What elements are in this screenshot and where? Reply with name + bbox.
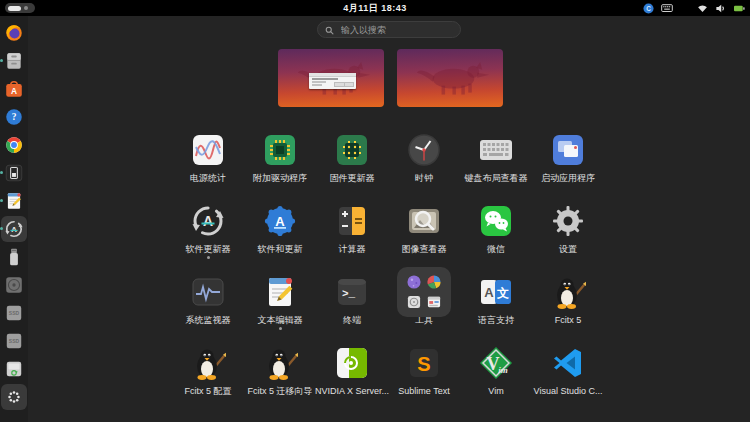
app-power-statistics[interactable]: 电源统计 [172,128,244,199]
app-fcitx5[interactable]: Fcitx 5 [532,270,604,341]
clock-icon [388,128,460,172]
firmware-updater-icon [316,128,388,172]
app-settings[interactable]: 设置 [532,199,604,270]
wallpaper-numbat-silhouette [397,49,503,106]
app-label: NVIDIA X Server... [315,386,389,396]
volume-icon[interactable] [715,3,726,14]
dock-item-removable-drive[interactable] [3,358,25,380]
app-firmware-updater[interactable]: 固件更新器 [316,128,388,199]
ssd-icon: SSD [4,331,24,351]
app-additional-drivers[interactable]: 附加驱动程序 [244,128,316,199]
app-label: 启动应用程序 [541,173,595,183]
search-input[interactable] [339,24,453,36]
input-method-badge[interactable]: C [643,3,654,14]
help-icon: ? [4,107,24,127]
app-fcitx5-migration[interactable]: Fcitx 5 迁移向导 [244,341,316,412]
additional-drivers-icon [262,132,298,168]
app-label: Visual Studio C... [534,386,603,396]
pie-chart-mini-icon [427,275,442,290]
disk-mini-icon [407,295,422,310]
software-sources-icon: A [262,203,298,239]
dock-item-ssd-drive-1[interactable]: SSD [3,302,25,324]
settings-icon [532,199,604,243]
svg-text:A: A [11,225,17,234]
additional-drivers-icon [244,128,316,172]
svg-text:>_: >_ [342,288,356,300]
app-keyboard-layout-viewer[interactable]: 键盘布局查看器 [460,128,532,199]
app-vscode[interactable]: Visual Studio C... [532,341,604,412]
gnome-activities-overview: 4月11日 18:43 C A?ASSDSSD 电源统计附加驱动程序固件更新器时… [0,0,750,422]
app-grid: 电源统计附加驱动程序固件更新器时钟键盘布局查看器启动应用程序A软件更新器A软件和… [172,128,604,412]
dock-item-text-editor[interactable] [3,190,25,212]
app-nvidia-x-server[interactable]: NVIDIA X Server... [316,341,388,412]
app-label: 电源统计 [190,173,226,183]
fcitx-penguin-icon [262,345,298,381]
dock-item-show-apps[interactable] [3,386,25,408]
app-terminal[interactable]: >_终端 [316,270,388,341]
app-clock-app[interactable]: 时钟 [388,128,460,199]
dock-item-files[interactable] [3,50,25,72]
svg-text:?: ? [12,112,17,122]
app-label: 计算器 [339,244,366,254]
battery-icon[interactable] [733,3,746,14]
app-wechat[interactable]: 微信 [460,199,532,270]
dock-item-help[interactable]: ? [3,106,25,128]
search-bar[interactable] [317,21,461,38]
app-utilities-folder[interactable]: 工具 [388,270,460,341]
dock-item-ubuntu-software[interactable]: A [3,78,25,100]
nvidia-icon [316,341,388,385]
app-sublime-text[interactable]: SSublime Text [388,341,460,412]
sublime-text-icon: S [406,345,442,381]
calculator-icon [334,203,370,239]
app-vim[interactable]: VimVim [460,341,532,412]
keyboard-indicator-icon[interactable] [661,2,673,14]
window-mini-icon [427,295,442,310]
system-tray[interactable]: C [643,0,746,16]
calculator-icon [316,199,388,243]
dock-item-ssd-drive-2[interactable]: SSD [3,330,25,352]
workspace-1-thumbnail[interactable] [278,49,384,107]
app-label: 微信 [487,244,505,254]
fcitx-penguin-icon [172,341,244,385]
utilities-folder [388,270,460,314]
svg-text:C: C [646,4,651,11]
app-language-support[interactable]: A文语言支持 [460,270,532,341]
terminal-icon: >_ [334,274,370,310]
power-statistics-icon [190,132,226,168]
firefox-icon [4,23,24,43]
app-software-updater[interactable]: A软件更新器 [172,199,244,270]
system-monitor-icon [190,274,226,310]
dock-item-software-updater[interactable]: A [3,218,25,240]
workspace-2-thumbnail[interactable] [397,49,503,107]
fcitx-penguin-icon [244,341,316,385]
app-startup-applications[interactable]: 启动应用程序 [532,128,604,199]
dock-item-document-viewer[interactable] [3,162,25,184]
power-statistics-icon [172,128,244,172]
show-apps-icon [4,387,24,407]
app-label: 系统监视器 [186,315,231,325]
app-label: 图像查看器 [402,244,447,254]
app-calculator[interactable]: 计算器 [316,199,388,270]
dock-item-optical-disc[interactable] [3,274,25,296]
clock-date-menu[interactable]: 4月11日 18:43 [0,0,750,16]
document-viewer-icon [4,163,24,183]
vscode-icon [532,341,604,385]
dock-item-chrome[interactable] [3,134,25,156]
dock-item-firefox[interactable] [3,22,25,44]
app-fcitx5-config[interactable]: Fcitx 5 配置 [172,341,244,412]
vim-icon: Vim [460,341,532,385]
window-mini-icon [427,295,442,310]
app-software-and-updates[interactable]: A软件和更新 [244,199,316,270]
running-indicator-dot [279,327,282,330]
dock-item-usb-drive[interactable] [3,246,25,268]
app-system-monitor[interactable]: 系统监视器 [172,270,244,341]
wechat-icon [460,199,532,243]
app-label: Vim [488,386,503,396]
running-indicator-dot [0,199,3,202]
app-image-viewer[interactable]: 图像查看器 [388,199,460,270]
svg-text:A: A [11,86,17,96]
app-label: 键盘布局查看器 [465,173,528,183]
app-text-editor[interactable]: 文本编辑器 [244,270,316,341]
sublime-text-icon: S [388,341,460,385]
wifi-icon[interactable] [697,3,708,14]
